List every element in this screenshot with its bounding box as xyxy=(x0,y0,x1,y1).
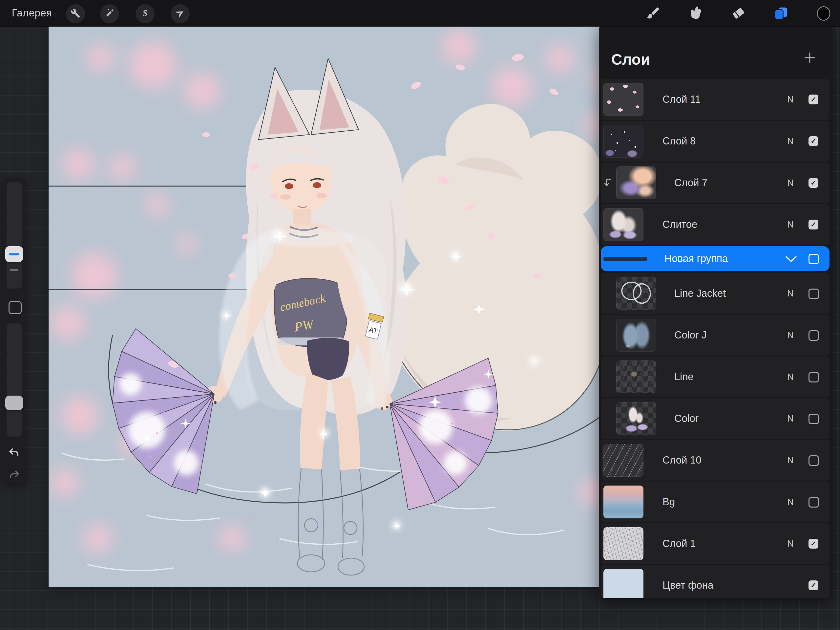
layer-row[interactable]: Новая группа xyxy=(601,246,829,271)
blend-mode-button[interactable]: N xyxy=(783,204,798,245)
layers-tool-button[interactable] xyxy=(772,5,790,23)
layer-name: Новая группа xyxy=(665,246,728,271)
layer-row[interactable]: Line Jacket N xyxy=(601,273,829,314)
brush-sidebar xyxy=(3,178,25,484)
layer-row[interactable]: Цвет фона ✓ xyxy=(601,565,829,598)
brush-tool-button[interactable] xyxy=(644,5,662,23)
layer-thumbnail[interactable] xyxy=(616,319,656,351)
modify-button[interactable] xyxy=(8,301,22,314)
visibility-checkbox[interactable] xyxy=(808,288,819,299)
plus-icon xyxy=(802,51,817,66)
slider-tick xyxy=(10,269,18,271)
layer-row[interactable]: Line N xyxy=(601,356,829,397)
eraser-icon xyxy=(731,6,746,22)
blend-mode-button[interactable]: N xyxy=(783,523,798,564)
smudge-tool-button[interactable] xyxy=(687,5,704,23)
brush-size-slider[interactable] xyxy=(6,182,22,288)
group-thumbnail-bar xyxy=(603,257,647,261)
layer-thumbnail[interactable] xyxy=(616,402,656,435)
layer-row[interactable]: Bg N xyxy=(601,481,829,522)
layer-row[interactable]: Слой 10 N xyxy=(601,440,829,481)
visibility-checkbox[interactable]: ✓ xyxy=(808,178,818,188)
visibility-checkbox[interactable]: ✓ xyxy=(808,220,818,230)
layer-name: Line Jacket xyxy=(674,273,726,314)
layers-panel-title: Слои xyxy=(611,51,650,68)
move-arrow-icon xyxy=(175,8,185,19)
layer-name: Bg xyxy=(663,481,675,522)
transform-button[interactable] xyxy=(171,4,189,23)
layer-name: Слой 11 xyxy=(663,79,701,120)
eraser-tool-button[interactable] xyxy=(729,5,747,23)
layer-thumbnail[interactable] xyxy=(603,444,643,477)
visibility-checkbox[interactable]: ✓ xyxy=(808,539,818,549)
blend-mode-button[interactable]: N xyxy=(783,398,798,439)
layer-name: Слой 8 xyxy=(663,121,696,161)
layers-icon xyxy=(774,6,788,22)
layer-thumbnail[interactable] xyxy=(603,208,643,241)
blend-mode-button[interactable]: N xyxy=(783,315,798,356)
visibility-checkbox[interactable]: ✓ xyxy=(808,136,818,146)
magic-wand-icon xyxy=(105,8,115,19)
visibility-checkbox[interactable] xyxy=(808,254,819,264)
svg-text:S: S xyxy=(143,8,148,18)
blend-mode-button[interactable]: N xyxy=(783,79,798,120)
opacity-slider[interactable] xyxy=(6,323,22,437)
adjustments-button[interactable] xyxy=(100,4,119,23)
chevron-down-icon[interactable] xyxy=(785,255,798,263)
layers-panel: Слои Слой 11 N ✓ Слой 8 N xyxy=(599,24,832,598)
smudge-finger-icon xyxy=(688,6,703,22)
visibility-checkbox[interactable] xyxy=(808,455,819,466)
color-swatch-icon xyxy=(816,6,831,22)
layer-thumbnail[interactable] xyxy=(616,361,656,393)
layer-thumbnail[interactable] xyxy=(603,527,643,560)
selection-button[interactable]: S xyxy=(136,4,155,23)
layer-row[interactable]: Слой 8 N ✓ xyxy=(601,121,829,161)
layer-thumbnail[interactable] xyxy=(616,277,656,310)
layer-name: Слитое xyxy=(663,204,697,245)
layer-thumbnail[interactable] xyxy=(603,486,643,518)
visibility-checkbox[interactable] xyxy=(808,372,819,383)
blend-mode-button[interactable]: N xyxy=(783,163,798,203)
blend-mode-button[interactable]: N xyxy=(783,481,798,522)
layer-row[interactable]: Слой 1 N ✓ xyxy=(601,523,829,564)
layer-row[interactable]: Слой 11 N ✓ xyxy=(601,79,829,120)
layer-name: Line xyxy=(674,356,694,397)
brush-size-indicator xyxy=(9,253,19,255)
gallery-button[interactable]: Галерея xyxy=(12,0,52,26)
wrench-icon xyxy=(71,8,81,19)
layer-name: Color xyxy=(674,398,699,439)
visibility-checkbox[interactable]: ✓ xyxy=(808,95,818,104)
actions-button[interactable] xyxy=(66,4,85,23)
layer-row[interactable]: Слой 7 N ✓ xyxy=(601,163,829,203)
undo-button[interactable] xyxy=(8,447,20,459)
visibility-checkbox[interactable]: ✓ xyxy=(808,581,818,590)
layer-name: Цвет фона xyxy=(663,565,713,598)
top-toolbar: Галерея S xyxy=(0,0,840,27)
visibility-checkbox[interactable] xyxy=(808,497,819,508)
redo-button[interactable] xyxy=(8,469,20,481)
layer-row[interactable]: Слитое N ✓ xyxy=(601,204,829,245)
layer-row[interactable]: Color N xyxy=(601,398,829,439)
color-tool-button[interactable] xyxy=(815,5,832,23)
canvas-artwork: comeback PW AT xyxy=(49,26,609,587)
layer-row[interactable]: Color J N xyxy=(601,315,829,356)
layer-thumbnail[interactable] xyxy=(603,83,643,116)
blend-mode-button[interactable]: N xyxy=(783,440,798,481)
visibility-checkbox[interactable] xyxy=(808,414,819,424)
visibility-checkbox[interactable] xyxy=(808,330,819,341)
opacity-handle[interactable] xyxy=(5,396,23,410)
blend-mode-button[interactable]: N xyxy=(783,356,798,397)
add-layer-button[interactable] xyxy=(802,50,818,66)
layer-thumbnail[interactable] xyxy=(603,125,643,158)
layer-thumbnail[interactable] xyxy=(603,569,643,598)
brush-size-handle[interactable] xyxy=(5,246,23,262)
blend-mode-button[interactable]: N xyxy=(783,273,798,314)
layer-name: Слой 1 xyxy=(663,523,696,564)
layer-name: Слой 7 xyxy=(674,163,707,203)
layer-list: Слой 11 N ✓ Слой 8 N ✓ xyxy=(601,79,829,598)
layer-name: Color J xyxy=(674,315,706,356)
layer-name: Слой 10 xyxy=(663,440,701,481)
drawing-canvas[interactable]: comeback PW AT xyxy=(49,26,609,587)
blend-mode-button[interactable]: N xyxy=(783,121,798,161)
layer-thumbnail[interactable] xyxy=(616,166,656,199)
